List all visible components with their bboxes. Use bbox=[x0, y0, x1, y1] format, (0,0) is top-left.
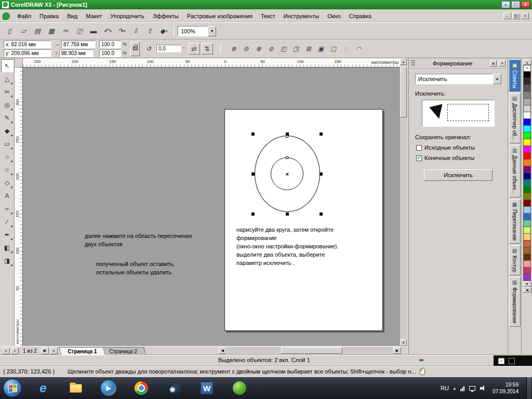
menu-text[interactable]: Текст bbox=[257, 10, 280, 22]
target-objects-checkbox[interactable]: ✔ bbox=[416, 155, 422, 161]
palette-color-swatch[interactable] bbox=[523, 146, 531, 153]
docker-collapse-button[interactable]: ▴ bbox=[490, 60, 497, 66]
document-close-button[interactable]: × bbox=[521, 12, 529, 19]
palette-color-swatch[interactable] bbox=[523, 166, 531, 173]
object-width-field[interactable]: 87.759 мм bbox=[61, 41, 96, 48]
palette-color-swatch[interactable] bbox=[523, 220, 531, 227]
cut-button[interactable]: ✂ bbox=[59, 25, 72, 37]
object-height-field[interactable]: 98.903 мм bbox=[59, 49, 94, 57]
paste-button[interactable]: ▬ bbox=[87, 25, 100, 37]
canvas-text-note-1[interactable]: далее нажмите на область пересечения дву… bbox=[85, 232, 192, 249]
start-button[interactable] bbox=[3, 379, 22, 397]
palette-color-swatch[interactable] bbox=[523, 92, 531, 99]
palette-color-swatch[interactable] bbox=[523, 214, 531, 220]
steam-icon[interactable] bbox=[166, 380, 182, 396]
redo-button[interactable]: ↷ bbox=[115, 25, 128, 37]
ungroup-button[interactable]: ▢ bbox=[328, 43, 339, 55]
back-minus-front-button[interactable]: ◳ bbox=[290, 43, 302, 55]
palette-color-swatch[interactable] bbox=[523, 241, 531, 247]
ruler-origin[interactable] bbox=[15, 58, 23, 68]
docker-tab-shaping[interactable]: ▨ Формирование bbox=[509, 277, 521, 327]
combine-button[interactable]: ⊞ bbox=[303, 43, 314, 55]
scroll-right-button[interactable]: ▶ bbox=[393, 347, 401, 354]
add-page-button[interactable]: + bbox=[11, 348, 19, 354]
interactive-blend-tool[interactable]: ≈ bbox=[1, 202, 14, 215]
palette-scroll-down-button[interactable]: ▼ bbox=[523, 281, 531, 287]
new-document-button[interactable]: ▯ bbox=[3, 25, 16, 37]
hidden-icons-arrow[interactable]: ▴ bbox=[454, 386, 456, 391]
drawing-canvas[interactable]: далее нажмите на область пересечения дву… bbox=[23, 68, 400, 346]
palette-color-swatch[interactable] bbox=[523, 227, 531, 234]
open-button[interactable]: ▱ bbox=[17, 25, 30, 37]
coreldraw-app-icon[interactable] bbox=[2, 2, 9, 8]
docker-titlebar[interactable]: Формирование ▴ × bbox=[409, 58, 508, 69]
zoom-tool[interactable]: ◎ bbox=[1, 98, 14, 111]
shape-tool[interactable]: △ bbox=[1, 72, 14, 85]
palette-color-swatch[interactable] bbox=[523, 268, 531, 274]
basic-shapes-tool[interactable]: ◇ bbox=[1, 176, 14, 189]
target-objects-option[interactable]: ✔ Конечные объекты bbox=[416, 155, 508, 161]
trim-button[interactable]: ⊖ bbox=[241, 43, 252, 55]
eyedropper-tool[interactable]: ∕ bbox=[1, 215, 14, 228]
fill-tool[interactable]: ◧ bbox=[1, 241, 14, 254]
selection-handle-n[interactable] bbox=[286, 132, 289, 136]
palette-color-swatch[interactable] bbox=[523, 193, 531, 200]
menu-help[interactable]: Справка bbox=[345, 10, 376, 22]
mirror-vertical-button[interactable]: ⇅ bbox=[202, 43, 213, 55]
copy-button[interactable]: ◫ bbox=[73, 25, 86, 37]
mirror-horizontal-button[interactable]: ⇄ bbox=[189, 43, 200, 55]
palette-color-swatch[interactable] bbox=[523, 85, 531, 92]
palette-color-swatch[interactable] bbox=[523, 254, 531, 261]
palette-color-swatch[interactable] bbox=[523, 105, 531, 112]
canvas-text-note-2[interactable]: полученный объект оставить, остальные об… bbox=[96, 260, 175, 277]
selection-handle-s[interactable] bbox=[286, 212, 289, 216]
zoom-dropdown-arrow-icon[interactable]: ▾ bbox=[208, 26, 216, 36]
document-restore-button[interactable]: ◱ bbox=[512, 12, 520, 19]
document-icon[interactable] bbox=[3, 12, 10, 20]
menu-file[interactable]: Файл bbox=[13, 10, 35, 22]
quick-wrap-button[interactable]: ◠ bbox=[353, 43, 364, 55]
palette-color-swatch[interactable] bbox=[523, 126, 531, 132]
circle-node[interactable] bbox=[286, 156, 288, 159]
menu-edit[interactable]: Правка bbox=[35, 10, 63, 22]
canvas-text-note-3[interactable]: нарисуйте два круга, затем откройте форм… bbox=[236, 226, 338, 251]
palette-color-swatch[interactable] bbox=[523, 132, 531, 139]
group-button[interactable]: ▣ bbox=[315, 43, 327, 55]
close-button[interactable]: × bbox=[521, 1, 530, 8]
palette-color-swatch[interactable] bbox=[523, 234, 531, 241]
lock-ratio-button[interactable] bbox=[130, 42, 140, 56]
palette-color-swatch[interactable] bbox=[523, 153, 531, 159]
front-minus-back-button[interactable]: ◰ bbox=[278, 43, 289, 55]
palette-color-swatch[interactable] bbox=[523, 261, 531, 268]
signal-strength-icon[interactable] bbox=[460, 385, 464, 391]
palette-scroll-up-button[interactable]: ▴ bbox=[523, 59, 531, 65]
application-launcher-button[interactable]: ◆ bbox=[157, 25, 170, 37]
green-player-icon[interactable] bbox=[232, 380, 247, 396]
menu-tools[interactable]: Инструменты bbox=[280, 10, 324, 22]
convert-to-curves-button[interactable]: ◌ bbox=[340, 43, 352, 55]
palette-color-swatch[interactable] bbox=[523, 119, 531, 126]
palette-color-swatch[interactable] bbox=[523, 274, 531, 281]
volume-icon[interactable] bbox=[480, 385, 487, 391]
zoom-level-combobox[interactable]: 100% ▾ bbox=[178, 26, 216, 36]
palette-color-swatch[interactable] bbox=[523, 72, 531, 78]
palette-color-swatch[interactable] bbox=[523, 247, 531, 254]
palette-color-swatch[interactable] bbox=[523, 78, 531, 85]
vertical-ruler[interactable]: 30025020015010050 миллиметры bbox=[15, 68, 23, 346]
scale-y-field[interactable]: 100.0 bbox=[99, 49, 121, 57]
selection-handle-w[interactable] bbox=[251, 172, 255, 176]
internet-explorer-icon[interactable]: e bbox=[35, 380, 51, 396]
save-button[interactable]: ▤ bbox=[31, 25, 44, 37]
horizontal-scroll-thumb[interactable] bbox=[281, 347, 342, 354]
word-icon[interactable]: W bbox=[199, 380, 215, 396]
last-page-button[interactable]: » bbox=[50, 348, 58, 354]
scale-x-field[interactable]: 100.0 bbox=[99, 41, 121, 48]
palette-color-swatch[interactable] bbox=[523, 159, 531, 166]
palette-color-swatch[interactable] bbox=[523, 180, 531, 187]
selection-handle-nw[interactable] bbox=[251, 132, 255, 136]
object-y-position-field[interactable]: y: 209.096 мм bbox=[4, 49, 51, 57]
palette-expand-button[interactable]: ◀ bbox=[523, 287, 531, 292]
freehand-tool[interactable]: ✎ bbox=[1, 111, 14, 124]
palette-color-swatch[interactable] bbox=[523, 112, 531, 119]
rectangle-tool[interactable]: ▭ bbox=[1, 137, 14, 150]
